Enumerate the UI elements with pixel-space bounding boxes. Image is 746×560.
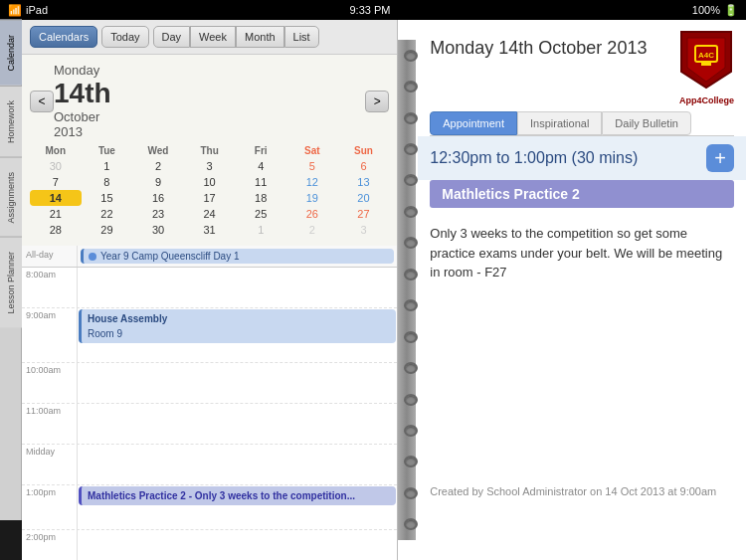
cal-day[interactable]: 18 bbox=[235, 190, 286, 206]
week-view-button[interactable]: Week bbox=[190, 26, 236, 48]
sidebar-item-lesson-planner[interactable]: Lesson Planner bbox=[0, 237, 22, 328]
time-slot-midday: Midday bbox=[22, 445, 397, 485]
cal-date-display: Monday 14th October 2013 bbox=[54, 63, 365, 139]
cal-day[interactable]: 5 bbox=[286, 158, 338, 174]
sidebar-tabs: Calendar Homework Assignments Lesson Pla… bbox=[0, 20, 22, 520]
slot-content bbox=[77, 445, 397, 484]
sidebar-item-homework[interactable]: Homework bbox=[0, 86, 22, 157]
all-day-event[interactable]: Year 9 Camp Queenscliff Day 1 bbox=[81, 249, 394, 264]
cal-day[interactable]: 3 bbox=[184, 158, 236, 174]
cal-day[interactable]: 13 bbox=[338, 174, 390, 190]
status-left: 📶 iPad bbox=[8, 4, 48, 17]
prev-month-button[interactable]: < bbox=[30, 91, 54, 112]
school-crest-icon: A4C bbox=[679, 30, 733, 90]
all-day-content: Year 9 Camp Queenscliff Day 1 bbox=[77, 246, 397, 267]
slot-content bbox=[77, 530, 397, 560]
today-button[interactable]: Today bbox=[101, 26, 148, 48]
day-view[interactable]: All-day Year 9 Camp Queenscliff Day 1 8:… bbox=[22, 246, 397, 560]
right-panel: Monday 14th October 2013 A4C App4College bbox=[398, 20, 746, 560]
cal-day[interactable]: 1 bbox=[235, 222, 286, 238]
month-view-button[interactable]: Month bbox=[236, 26, 284, 48]
cal-day[interactable]: 17 bbox=[184, 190, 236, 206]
cal-day[interactable]: 31 bbox=[184, 222, 236, 238]
col-sun: Sun bbox=[338, 143, 390, 158]
cal-day[interactable]: 15 bbox=[82, 190, 133, 206]
event-dot bbox=[89, 253, 96, 261]
time-slot-9am: 9:00am House Assembly Room 9 bbox=[22, 308, 397, 363]
cal-day[interactable]: 23 bbox=[132, 206, 184, 222]
ring bbox=[404, 174, 418, 186]
time-label: 1:00pm bbox=[22, 485, 77, 529]
cal-day[interactable]: 4 bbox=[235, 158, 286, 174]
cal-day[interactable]: 30 bbox=[132, 222, 184, 238]
day-view-button[interactable]: Day bbox=[153, 26, 191, 48]
house-assembly-event[interactable]: House Assembly Room 9 bbox=[79, 309, 396, 343]
status-bar: 📶 iPad 9:33 PM 100% 🔋 bbox=[0, 0, 746, 20]
list-view-button[interactable]: List bbox=[284, 26, 319, 48]
cal-day[interactable]: 16 bbox=[132, 190, 184, 206]
tab-inspirational[interactable]: Inspirational bbox=[517, 111, 602, 135]
slot-content bbox=[77, 268, 397, 307]
calendars-button[interactable]: Calendars bbox=[30, 26, 97, 48]
ring bbox=[404, 143, 418, 155]
cal-day[interactable]: 7 bbox=[30, 174, 82, 190]
toolbar: Calendars Today Day Week Month List bbox=[22, 20, 397, 55]
cal-day[interactable]: 3 bbox=[338, 222, 390, 238]
cal-grid: Mon Tue Wed Thu Fri Sat Sun 30 1 2 3 bbox=[30, 143, 389, 238]
sidebar-item-assignments[interactable]: Assignments bbox=[0, 157, 22, 238]
cal-day[interactable]: 25 bbox=[235, 206, 286, 222]
ring bbox=[404, 487, 418, 499]
cal-day[interactable]: 10 bbox=[184, 174, 236, 190]
next-month-button[interactable]: > bbox=[365, 91, 389, 112]
add-event-button[interactable]: + bbox=[706, 144, 734, 172]
cal-day[interactable]: 21 bbox=[30, 206, 82, 222]
cal-day[interactable]: 1 bbox=[82, 158, 133, 174]
right-header: Monday 14th October 2013 A4C App4College bbox=[418, 20, 746, 111]
event-title-bar: Mathletics Practice 2 bbox=[430, 180, 734, 208]
ring bbox=[404, 425, 418, 437]
school-logo-area: Monday 14th October 2013 A4C App4College bbox=[430, 30, 734, 105]
ring bbox=[404, 456, 418, 467]
svg-rect-3 bbox=[701, 62, 711, 66]
cal-day[interactable]: 26 bbox=[286, 206, 338, 222]
time-label: 8:00am bbox=[22, 268, 77, 307]
mathletics-event[interactable]: Mathletics Practice 2 - Only 3 weeks to … bbox=[79, 486, 396, 505]
slot-content bbox=[77, 363, 397, 403]
cal-day[interactable]: 19 bbox=[286, 190, 338, 206]
cal-day[interactable]: 30 bbox=[30, 158, 82, 174]
cal-day[interactable]: 12 bbox=[286, 174, 338, 190]
cal-day[interactable]: 9 bbox=[132, 174, 184, 190]
cal-day[interactable]: 22 bbox=[82, 206, 133, 222]
ring bbox=[404, 237, 418, 249]
cal-day[interactable]: 29 bbox=[82, 222, 133, 238]
cal-day[interactable]: 24 bbox=[184, 206, 236, 222]
ring bbox=[404, 394, 418, 406]
cal-day[interactable]: 6 bbox=[338, 158, 390, 174]
cal-day-today[interactable]: 14 bbox=[30, 190, 82, 206]
cal-day[interactable]: 11 bbox=[235, 174, 286, 190]
slot-content bbox=[77, 404, 397, 444]
school-name: App4College bbox=[679, 95, 734, 105]
cal-big-day: 14th bbox=[54, 78, 111, 109]
cal-day[interactable]: 2 bbox=[286, 222, 338, 238]
cal-day[interactable]: 28 bbox=[30, 222, 82, 238]
time-label: 10:00am bbox=[22, 363, 77, 403]
wifi-icon: 📶 bbox=[8, 4, 22, 17]
time-slot-2pm: 2:00pm bbox=[22, 530, 397, 560]
cal-day[interactable]: 27 bbox=[338, 206, 390, 222]
date-title: Monday 14th October 2013 bbox=[430, 38, 647, 59]
ring bbox=[404, 362, 418, 374]
col-fri: Fri bbox=[235, 143, 286, 158]
cal-day[interactable]: 20 bbox=[338, 190, 390, 206]
all-day-label: All-day bbox=[22, 246, 77, 267]
tab-appointment[interactable]: Appointment bbox=[430, 111, 517, 135]
event-footer: Created by School Administrator on 14 Oc… bbox=[418, 477, 728, 505]
event-desc-text: Only 3 weeks to the competition so get s… bbox=[430, 226, 722, 280]
all-day-row: All-day Year 9 Camp Queenscliff Day 1 bbox=[22, 246, 397, 268]
tab-daily-bulletin[interactable]: Daily Bulletin bbox=[602, 111, 691, 135]
cal-day[interactable]: 8 bbox=[82, 174, 133, 190]
cal-day[interactable]: 2 bbox=[132, 158, 184, 174]
notebook-rings bbox=[406, 40, 416, 540]
ring bbox=[404, 518, 418, 530]
sidebar-item-calendar[interactable]: Calendar bbox=[0, 20, 22, 86]
